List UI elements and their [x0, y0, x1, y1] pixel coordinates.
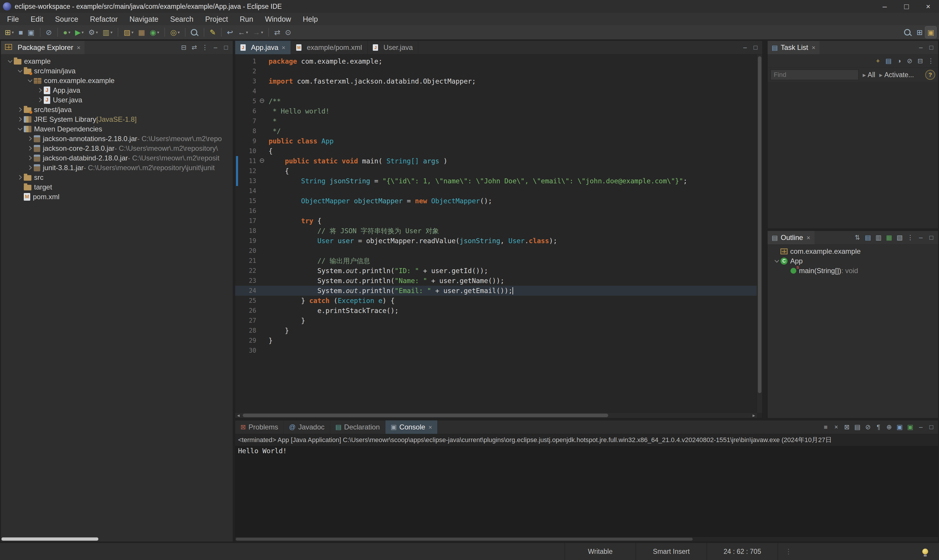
- maximize-button[interactable]: □: [927, 43, 936, 52]
- open-console-button[interactable]: ▣: [905, 422, 915, 432]
- menu-refactor[interactable]: Refactor: [84, 13, 123, 25]
- hide-fields-button[interactable]: ▤: [863, 232, 873, 243]
- caret-closed-icon[interactable]: [26, 166, 34, 169]
- maximize-button[interactable]: □: [927, 232, 936, 243]
- tree-item-jre-system-library[interactable]: JRE System Library [JavaSE-1.8]: [1, 114, 233, 124]
- caret-closed-icon[interactable]: [36, 98, 44, 102]
- notification-bulb[interactable]: [922, 543, 939, 560]
- code-line-28[interactable]: 28 }: [235, 326, 757, 335]
- caret-closed-icon[interactable]: [36, 89, 44, 92]
- tree-item-junit-3-8-1-jar[interactable]: junit-3.8.1.jar - C:\Users\meowr\.m2\rep…: [1, 163, 233, 172]
- console-tab-javadoc[interactable]: @Javadoc: [284, 420, 330, 434]
- outline-item-app[interactable]: CApp: [768, 256, 938, 266]
- tree-item-com-example-example[interactable]: com.example.example: [1, 76, 233, 85]
- tree-item-example[interactable]: example: [1, 56, 233, 66]
- scope-all-link[interactable]: ▸ All: [863, 71, 875, 79]
- tree-item-jackson-core-2-18-0-jar[interactable]: jackson-core-2.18.0.jar - C:\Users\meowr…: [1, 143, 233, 153]
- package-explorer-tab[interactable]: Package Explorer ×: [1, 41, 85, 54]
- java-perspective-button[interactable]: ▣: [925, 26, 936, 38]
- remove-launch-button[interactable]: ×: [831, 422, 841, 432]
- menu-navigate[interactable]: Navigate: [123, 13, 164, 25]
- line-number[interactable]: 27: [239, 315, 257, 326]
- editor-tab-app-java[interactable]: JApp.java×: [235, 41, 291, 54]
- tree-item-pom-xml[interactable]: Mpom.xml: [1, 192, 233, 202]
- caret-open-icon[interactable]: [16, 128, 24, 130]
- quick-access-search-button[interactable]: [902, 26, 914, 38]
- tree-item-src[interactable]: src: [1, 172, 233, 182]
- line-number[interactable]: 3: [239, 76, 257, 86]
- console-output[interactable]: Hello World!: [235, 446, 938, 537]
- view-menu-button[interactable]: ⋮: [905, 232, 915, 243]
- close-view-icon[interactable]: ×: [812, 43, 816, 52]
- view-menu-button[interactable]: ⋮: [200, 43, 210, 52]
- code-line-29[interactable]: 29}: [235, 335, 757, 346]
- scrollbar-thumb[interactable]: [758, 56, 762, 393]
- outline-item-main-string[interactable]: main(String[]) : void: [768, 266, 938, 275]
- line-number[interactable]: 12: [239, 166, 257, 176]
- code-line-16[interactable]: 16: [235, 206, 757, 216]
- console-tab-declaration[interactable]: ▤Declaration: [330, 420, 385, 434]
- forward-button[interactable]: →▾: [251, 26, 265, 38]
- tree-item-app-java[interactable]: JApp.java: [1, 85, 233, 95]
- caret-closed-icon[interactable]: [16, 108, 24, 111]
- status-insert-mode[interactable]: Smart Insert: [635, 543, 706, 560]
- outline-tab[interactable]: ▤ Outline ×: [768, 231, 814, 245]
- editor-tab-example-pom-xml[interactable]: Mexample/pom.xml: [291, 41, 367, 54]
- line-number[interactable]: 4: [239, 86, 257, 96]
- console-hscrollbar[interactable]: [235, 537, 938, 542]
- code-line-7[interactable]: 7 *: [235, 116, 757, 126]
- caret-closed-icon[interactable]: [16, 118, 24, 121]
- fold-marker-icon[interactable]: [257, 156, 267, 166]
- maximize-button[interactable]: □: [221, 43, 231, 52]
- caret-open-icon[interactable]: [773, 260, 780, 262]
- caret-open-icon[interactable]: [6, 60, 14, 62]
- line-number[interactable]: 15: [239, 196, 257, 206]
- editor-hscrollbar[interactable]: ◂ ▸: [235, 412, 757, 418]
- line-number[interactable]: 8: [239, 126, 257, 136]
- line-number[interactable]: 29: [239, 335, 257, 346]
- search-button[interactable]: [189, 26, 200, 38]
- code-line-9[interactable]: 9public class App: [235, 136, 757, 146]
- scrollbar-thumb[interactable]: [243, 414, 608, 417]
- maximize-button[interactable]: □: [927, 422, 936, 432]
- line-number[interactable]: 22: [239, 266, 257, 276]
- scrollbar-thumb[interactable]: [2, 537, 98, 541]
- clear-console-button[interactable]: ▤: [853, 422, 862, 432]
- menu-run[interactable]: Run: [234, 13, 259, 25]
- maximize-button[interactable]: □: [751, 43, 760, 52]
- line-number[interactable]: 21: [239, 256, 257, 266]
- menu-help[interactable]: Help: [297, 13, 324, 25]
- scheduled-button[interactable]: ◑: [894, 56, 904, 66]
- tree-item-target[interactable]: target: [1, 182, 233, 192]
- tree-item-maven-dependencies[interactable]: Maven Dependencies: [1, 124, 233, 134]
- link-with-editor-button[interactable]: ⇄: [272, 26, 282, 38]
- line-number[interactable]: 25: [239, 296, 257, 306]
- code-line-14[interactable]: 14: [235, 186, 757, 196]
- line-number[interactable]: 6: [239, 106, 257, 116]
- code-line-12[interactable]: 12 {: [235, 166, 757, 176]
- code-line-18[interactable]: 18 // 将 JSON 字符串转换为 User 对象: [235, 226, 757, 236]
- caret-open-icon[interactable]: [16, 70, 24, 72]
- maximize-button[interactable]: □: [896, 0, 917, 13]
- help-icon[interactable]: ?: [925, 70, 935, 80]
- code-line-15[interactable]: 15 ObjectMapper objectMapper = new Objec…: [235, 196, 757, 206]
- link-with-editor-button[interactable]: ⇄: [189, 43, 199, 52]
- save-button[interactable]: ■: [17, 26, 25, 38]
- code-line-5[interactable]: 5/**: [235, 96, 757, 106]
- line-number[interactable]: 10: [239, 146, 257, 156]
- tree-item-src-test-java[interactable]: src/test/java: [1, 105, 233, 114]
- collapse-all-button[interactable]: ⊟: [179, 43, 189, 52]
- tree-item-jackson-annotations-2-18-0-jar[interactable]: jackson-annotations-2.18.0.jar - C:\User…: [1, 134, 233, 143]
- scroll-lock-button[interactable]: ⊘: [863, 422, 873, 432]
- code-line-4[interactable]: 4: [235, 86, 757, 96]
- menu-search[interactable]: Search: [164, 13, 199, 25]
- line-number[interactable]: 20: [239, 246, 257, 256]
- caret-closed-icon[interactable]: [26, 156, 34, 160]
- code-line-13[interactable]: 13 String jsonString = "{\"id\": 1, \"na…: [235, 176, 757, 186]
- activate-link[interactable]: ▸ Activate...: [879, 71, 914, 79]
- code-line-11[interactable]: 11 public static void main( String[] arg…: [235, 156, 757, 166]
- line-number[interactable]: 7: [239, 116, 257, 126]
- code-area[interactable]: 1package com.example.example;23import co…: [235, 55, 757, 413]
- code-line-1[interactable]: 1package com.example.example;: [235, 56, 757, 66]
- code-line-19[interactable]: 19 User user = objectMapper.readValue(js…: [235, 236, 757, 246]
